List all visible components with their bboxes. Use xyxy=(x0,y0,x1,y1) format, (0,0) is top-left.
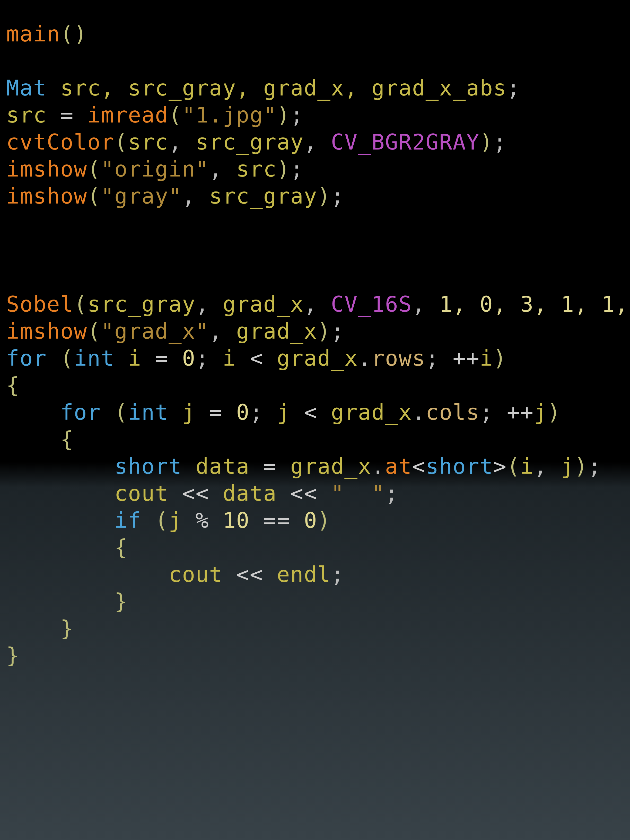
code-line: } xyxy=(6,616,74,641)
member-cols: cols xyxy=(426,399,480,425)
constant: CV_BGR2GRAY xyxy=(331,129,480,155)
code-line: src = imread("1.jpg"); xyxy=(6,103,304,128)
function-call: imshow xyxy=(6,156,87,182)
numeric-args: 1, 0, 3, 1, 1, xyxy=(439,292,628,317)
keyword-short: short xyxy=(115,454,182,479)
string-literal: "origin" xyxy=(101,156,209,182)
code-line: imshow("origin", src); xyxy=(6,156,304,182)
code-line: cout << endl; xyxy=(6,562,344,587)
code-line: imshow("grad_x", grad_x); xyxy=(6,319,344,344)
keyword-int: int xyxy=(74,346,115,371)
code-line: { xyxy=(6,535,128,560)
function-call: Sobel xyxy=(6,292,74,317)
code-line: imshow("gray", src_gray); xyxy=(6,183,344,209)
member-rows: rows xyxy=(372,346,426,371)
code-line: Mat src, src_gray, grad_x, grad_x_abs; xyxy=(6,76,520,101)
code-line: cvtColor(src, src_gray, CV_BGR2GRAY); xyxy=(6,129,507,155)
paren-open: ( xyxy=(60,21,74,47)
variable: src xyxy=(6,103,47,128)
brace-close: } xyxy=(60,616,74,641)
keyword-int: int xyxy=(128,399,169,425)
code-line: } xyxy=(6,643,20,668)
code-line: main() xyxy=(6,21,87,47)
code-editor-viewport[interactable]: main() Mat src, src_gray, grad_x, grad_x… xyxy=(0,0,630,669)
brace-close: } xyxy=(6,643,20,668)
function-call: imshow xyxy=(6,183,87,209)
string-literal: "1.jpg" xyxy=(182,103,277,128)
code-line: if (j % 10 == 0) xyxy=(6,508,331,533)
string-literal: "gray" xyxy=(101,183,182,209)
string-literal: " " xyxy=(331,481,385,506)
method-at: at xyxy=(385,454,412,479)
code-line: for (int j = 0; j < grad_x.cols; ++j) xyxy=(6,399,561,425)
keyword-for: for xyxy=(6,346,47,371)
cout: cout xyxy=(169,562,223,587)
type-keyword: Mat xyxy=(6,76,47,101)
var-declaration: src, src_gray, grad_x, grad_x_abs xyxy=(60,76,507,101)
code-line: cout << data << " "; xyxy=(6,481,399,506)
function-call: imread xyxy=(87,103,168,128)
code-line: { xyxy=(6,373,20,398)
endl: endl xyxy=(277,562,331,587)
brace-open: { xyxy=(115,535,128,560)
code-line: for (int i = 0; i < grad_x.rows; ++i) xyxy=(6,346,507,371)
paren-close: ) xyxy=(74,21,87,47)
keyword-for: for xyxy=(60,399,101,425)
cout: cout xyxy=(115,481,169,506)
string-literal: "grad_x" xyxy=(101,319,209,344)
function-call: cvtColor xyxy=(6,129,115,155)
function-name: main xyxy=(6,21,60,47)
brace-open: { xyxy=(6,373,20,398)
function-call: imshow xyxy=(6,319,87,344)
code-line: Sobel(src_gray, grad_x, CV_16S, 1, 0, 3,… xyxy=(6,292,628,317)
brace-close: } xyxy=(115,589,128,614)
brace-open: { xyxy=(60,427,74,452)
code-line: short data = grad_x.at<short>(i, j); xyxy=(6,454,602,479)
constant: CV_16S xyxy=(331,292,412,317)
keyword-if: if xyxy=(115,508,142,533)
current-line-highlight: { xyxy=(6,427,74,452)
code-line: } xyxy=(6,589,128,614)
